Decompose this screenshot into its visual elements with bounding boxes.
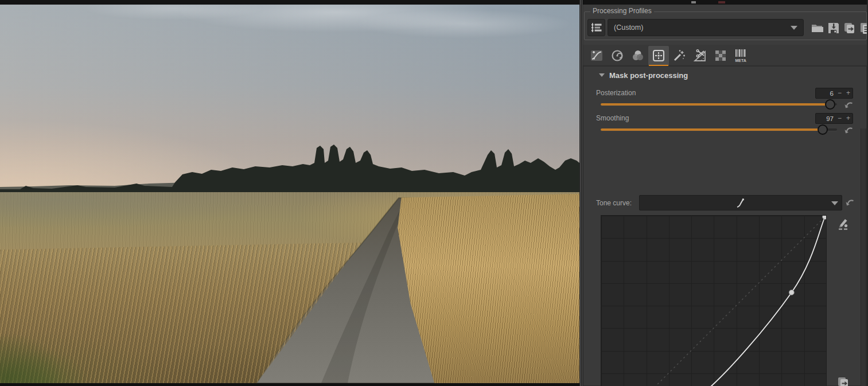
titlebar-fragment <box>718 1 725 3</box>
tab-raw[interactable] <box>710 46 731 65</box>
profile-fill-mode-button[interactable] <box>587 19 605 36</box>
titlebar-fragment <box>691 1 696 3</box>
tab-selective-editing[interactable] <box>648 46 669 65</box>
edit-point-button[interactable] <box>836 216 851 231</box>
section-header[interactable]: Mask post-processing <box>583 69 688 81</box>
copy-icon <box>836 376 850 386</box>
decrement-button[interactable]: − <box>835 88 844 98</box>
application-window: Processing Profiles (Custom) <box>0 0 868 386</box>
posterization-value-group: 6 − + <box>815 88 853 99</box>
decrement-button[interactable]: − <box>835 114 844 123</box>
smoothing-value[interactable]: 97 <box>816 115 835 122</box>
copy-curve-button[interactable] <box>836 375 851 386</box>
raw-bayer-icon <box>714 49 727 63</box>
profile-selected-value: (Custom) <box>614 24 643 32</box>
image-preview-canvas[interactable] <box>0 5 579 383</box>
tab-metadata[interactable]: META <box>731 46 752 65</box>
tone-curve-editor[interactable] <box>601 215 827 386</box>
tone-curve-plot <box>601 216 826 386</box>
save-icon <box>827 21 840 35</box>
smoothing-label: Smoothing <box>596 114 629 122</box>
svg-text:META: META <box>735 59 746 63</box>
reset-arrow-icon <box>844 101 853 109</box>
slider-fill <box>601 103 830 106</box>
posterization-label: Posterization <box>596 89 636 97</box>
profile-fill-mode-icon <box>590 21 603 34</box>
smoothing-reset-button[interactable] <box>843 125 854 135</box>
posterization-slider[interactable] <box>601 99 837 110</box>
profile-select-dropdown[interactable]: (Custom) <box>608 19 804 36</box>
tab-detail[interactable] <box>607 46 628 65</box>
chevron-down-icon <box>831 201 838 205</box>
curve-diagonal-reference <box>602 217 825 386</box>
slider-knob[interactable] <box>818 124 828 135</box>
panel-scrollbar[interactable] <box>861 128 866 386</box>
magic-wand-icon <box>672 49 686 63</box>
tone-curve-label: Tone curve: <box>596 199 632 207</box>
collapse-triangle-icon <box>599 73 605 77</box>
tab-exposure[interactable] <box>586 46 607 65</box>
transform-icon <box>693 49 707 63</box>
tone-curve-type-dropdown[interactable] <box>639 195 842 210</box>
selective-editing-icon <box>652 49 665 63</box>
increment-button[interactable]: + <box>844 114 853 123</box>
curve-type-icon <box>735 197 746 209</box>
processing-profiles-legend: Processing Profiles <box>590 7 654 15</box>
increment-button[interactable]: + <box>844 88 853 98</box>
posterization-reset-button[interactable] <box>843 100 854 110</box>
metadata-icon: META <box>734 48 749 63</box>
exposure-icon <box>590 49 604 63</box>
copy-profile-button[interactable] <box>842 20 857 36</box>
posterization-value[interactable]: 6 <box>816 90 835 97</box>
tool-tab-bar: META <box>583 45 868 66</box>
color-icon <box>631 49 645 63</box>
mask-post-processing-section: Mask post-processing Posterization 6 − + <box>583 66 867 386</box>
curve-control-point[interactable] <box>789 290 794 295</box>
tab-advanced[interactable] <box>669 46 690 65</box>
titlebar-strip <box>0 0 868 5</box>
tone-curve-reset-button[interactable] <box>844 197 855 207</box>
curve-line <box>602 217 825 386</box>
tab-transform[interactable] <box>690 46 710 65</box>
save-profile-button[interactable] <box>826 20 841 36</box>
smoothing-slider[interactable] <box>601 124 837 135</box>
slider-fill <box>601 128 823 131</box>
tool-panel: Processing Profiles (Custom) <box>583 5 868 386</box>
load-profile-button[interactable] <box>809 20 825 36</box>
section-title: Mask post-processing <box>609 71 688 80</box>
reset-arrow-icon <box>844 126 853 134</box>
copy-icon <box>843 21 857 35</box>
detail-icon <box>610 49 624 63</box>
chevron-down-icon <box>791 26 797 30</box>
folder-open-icon <box>811 21 824 35</box>
reset-arrow-icon <box>845 198 854 206</box>
slider-knob[interactable] <box>825 99 835 110</box>
curve-control-points[interactable] <box>601 216 826 386</box>
edit-pencil-icon <box>836 217 850 231</box>
smoothing-value-group: 97 − + <box>815 113 853 124</box>
tab-color[interactable] <box>628 46 648 65</box>
